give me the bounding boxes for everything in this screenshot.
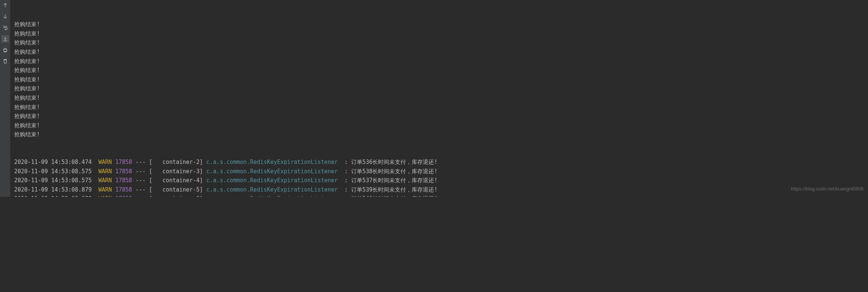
watermark-text: https://blog.csdn.net/kuangni5808: [791, 184, 864, 194]
log-message: 订单536长时间未支付，库存退还!: [351, 159, 437, 165]
log-line: 抢购结束!: [14, 84, 868, 93]
log-line: 2020-11-09 14:53:08.879 WARN 17858 --- […: [14, 194, 868, 197]
log-timestamp: 2020-11-09 14:53:08.575: [14, 168, 99, 175]
log-timestamp: 2020-11-09 14:53:08.474: [14, 159, 99, 165]
log-line: 抢购结束!: [14, 47, 868, 57]
log-level: WARN: [99, 195, 112, 197]
log-message: 订单539长时间未支付，库存退还!: [351, 186, 437, 193]
log-line: 抢购结束!: [14, 130, 868, 139]
log-pid: 17858: [112, 177, 132, 184]
log-logger: c.a.s.common.RedisKeyExpirationListener: [206, 168, 338, 175]
scroll-to-end-icon[interactable]: [1, 35, 9, 43]
log-thread: [ container-2]: [149, 159, 206, 165]
log-logger: c.a.s.common.RedisKeyExpirationListener: [206, 177, 338, 184]
svg-rect-0: [3, 49, 7, 51]
log-message: 订单537长时间未支付，库存退还!: [351, 177, 437, 184]
log-logger: c.a.s.common.RedisKeyExpirationListener: [206, 186, 338, 193]
log-timestamp: 2020-11-09 14:53:08.879: [14, 195, 99, 197]
log-pid: 17858: [112, 186, 132, 193]
log-line: 2020-11-09 14:53:08.879 WARN 17858 --- […: [14, 185, 868, 195]
arrow-up-icon[interactable]: [1, 1, 9, 9]
log-line: 抢购结束!: [14, 66, 868, 75]
arrow-down-icon[interactable]: [1, 13, 9, 20]
log-logger: c.a.s.common.RedisKeyExpirationListener: [206, 159, 338, 165]
log-pid: 17858: [112, 195, 132, 197]
log-level: WARN: [99, 186, 112, 193]
log-timestamp: 2020-11-09 14:53:08.879: [14, 186, 99, 193]
log-thread: [ container-3]: [149, 168, 206, 175]
log-separator: ---: [132, 177, 149, 184]
log-line: 抢购结束!: [14, 38, 868, 47]
log-separator: ---: [132, 195, 149, 197]
log-separator: ---: [132, 159, 149, 165]
log-separator: ---: [132, 168, 149, 175]
log-level: WARN: [99, 177, 112, 184]
log-line: 抢购结束!: [14, 20, 868, 29]
log-pid: 17858: [112, 168, 132, 175]
log-message: 订单540长时间未支付，库存退还!: [351, 195, 437, 197]
log-line: 2020-11-09 14:53:08.474 WARN 17858 --- […: [14, 158, 868, 167]
log-pid: 17858: [112, 159, 132, 165]
print-icon[interactable]: [1, 46, 9, 54]
log-line: 抢购结束!: [14, 93, 868, 103]
log-line: 抢购结束!: [14, 112, 868, 121]
log-message: 订单538长时间未支付，库存退还!: [351, 168, 437, 175]
log-line: 抢购结束!: [14, 103, 868, 112]
log-timestamp: 2020-11-09 14:53:08.575: [14, 177, 99, 184]
log-separator: ---: [132, 186, 149, 193]
trash-icon[interactable]: [1, 58, 9, 65]
log-thread: [ container-4]: [149, 177, 206, 184]
log-line: 抢购结束!: [14, 29, 868, 38]
soft-wrap-icon[interactable]: [1, 24, 9, 31]
tool-sidebar: [0, 0, 10, 197]
log-level: WARN: [99, 168, 112, 175]
log-level: WARN: [99, 159, 112, 165]
log-line: 抢购结束!: [14, 75, 868, 84]
log-logger: c.a.s.common.RedisKeyExpirationListener: [206, 195, 338, 197]
log-line: 抢购结束!: [14, 57, 868, 66]
log-line: 2020-11-09 14:53:08.575 WARN 17858 --- […: [14, 167, 868, 176]
log-thread: [ container-5]: [149, 186, 206, 193]
log-line: 抢购结束!: [14, 121, 868, 130]
log-thread: [ container-6]: [149, 195, 206, 197]
log-line: 2020-11-09 14:53:08.575 WARN 17858 --- […: [14, 176, 868, 185]
console-output[interactable]: 抢购结束!抢购结束!抢购结束!抢购结束!抢购结束!抢购结束!抢购结束!抢购结束!…: [10, 0, 868, 197]
